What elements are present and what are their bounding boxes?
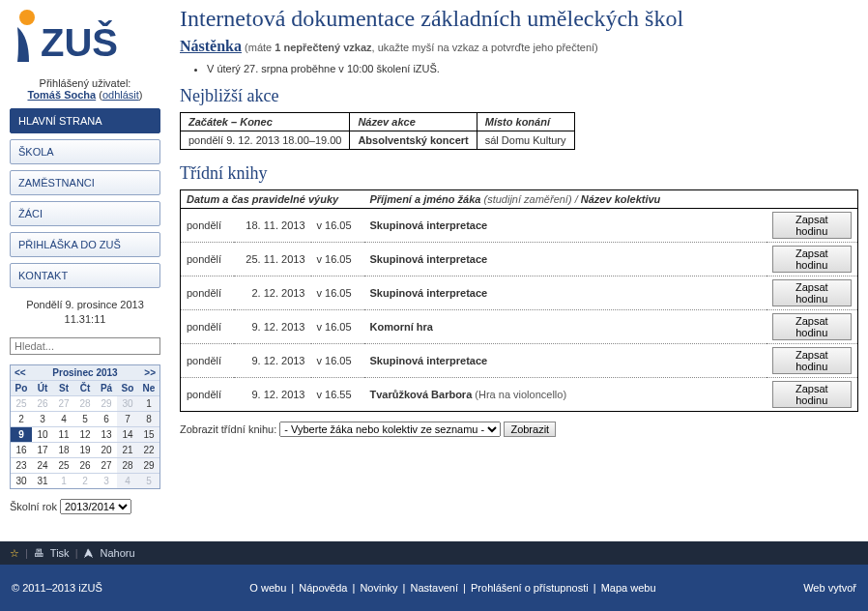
write-lesson-button[interactable]: Zapsat hodinu — [772, 381, 853, 408]
favorite-icon[interactable]: ☆ — [10, 547, 19, 560]
user-name-link[interactable]: Tomáš Socha — [27, 89, 96, 101]
cal-day[interactable]: 3 — [32, 411, 53, 426]
show-label: Zobrazit třídní knihu: — [180, 423, 276, 435]
copyright: © 2011–2013 iZUŠ — [12, 582, 102, 594]
cal-day[interactable]: 18 — [53, 442, 74, 457]
footer-links: O webu | Nápověda | Novinky | Nastavení … — [247, 582, 657, 594]
calendar-next[interactable]: >> — [144, 367, 156, 378]
messages-list: V úterý 27. srpna proběhne v 10:00 škole… — [207, 63, 858, 74]
col-datetime: Datum a čas pravidelné výuky — [181, 190, 364, 209]
cal-day[interactable]: 27 — [96, 457, 117, 473]
lesson-row: pondělí9. 12. 2013v 16.55Tvarůžková Barb… — [181, 378, 858, 412]
nav-item[interactable]: ŠKOLA — [10, 139, 160, 164]
nav-item[interactable]: KONTAKT — [10, 263, 160, 288]
print-icon: 🖶 — [34, 547, 44, 559]
svg-point-0 — [19, 10, 35, 25]
search-input[interactable] — [10, 337, 160, 355]
cal-day[interactable]: 12 — [74, 426, 96, 442]
cal-day[interactable]: 23 — [11, 457, 32, 473]
books-heading: Třídní knihy — [180, 163, 858, 184]
cal-day[interactable]: 26 — [74, 457, 96, 473]
nav-item[interactable]: ŽÁCI — [10, 201, 160, 226]
cal-dow: Pá — [96, 380, 117, 395]
event-row: pondělí 9. 12. 2013 18.00–19.00Absolvent… — [181, 131, 575, 150]
show-button[interactable]: Zobrazit — [504, 422, 556, 437]
cal-day[interactable]: 26 — [32, 395, 53, 411]
cal-day[interactable]: 11 — [53, 426, 74, 442]
cal-day[interactable]: 7 — [117, 411, 138, 426]
cal-day[interactable]: 17 — [32, 442, 53, 457]
cal-day[interactable]: 28 — [74, 395, 96, 411]
cal-day[interactable]: 27 — [53, 395, 74, 411]
cal-day[interactable]: 10 — [32, 426, 53, 442]
svg-text:ZUŠ: ZUŠ — [41, 20, 118, 64]
cal-day[interactable]: 1 — [138, 395, 159, 411]
cal-day[interactable]: 4 — [117, 473, 138, 488]
sidebar: ZUŠ Přihlášený uživatel: Tomáš Socha (od… — [0, 0, 166, 541]
logout-link[interactable]: odhlásit — [102, 89, 139, 101]
cal-dow: Út — [32, 380, 53, 395]
toolbar: ☆ | 🖶 Tisk | ⮝ Nahoru — [0, 541, 868, 565]
cal-day[interactable]: 14 — [117, 426, 138, 442]
footer-link[interactable]: Nápověda — [299, 582, 347, 594]
cal-day[interactable]: 15 — [138, 426, 159, 442]
cal-dow: So — [117, 380, 138, 395]
cal-day[interactable]: 19 — [74, 442, 96, 457]
write-lesson-button[interactable]: Zapsat hodinu — [772, 347, 853, 374]
cal-dow: Čt — [74, 380, 96, 395]
write-lesson-button[interactable]: Zapsat hodinu — [772, 279, 853, 306]
cal-day[interactable]: 21 — [117, 442, 138, 457]
lesson-row: pondělí9. 12. 2013v 16.05Komorní hraZaps… — [181, 310, 858, 344]
footer-right: Web vytvoř — [803, 582, 856, 594]
cal-day[interactable]: 5 — [138, 473, 159, 488]
nav-item[interactable]: PŘIHLÁŠKA DO ZUŠ — [10, 232, 160, 257]
footer-link[interactable]: Nastavení — [411, 582, 459, 594]
print-link[interactable]: Tisk — [50, 547, 70, 559]
nav-item[interactable]: ZAMĚSTNANCI — [10, 170, 160, 195]
cal-day[interactable]: 30 — [11, 473, 32, 488]
cal-day[interactable]: 13 — [96, 426, 117, 442]
footer-link[interactable]: Novinky — [360, 582, 397, 594]
lesson-row: pondělí2. 12. 2013v 16.05Skupinová inter… — [181, 276, 858, 310]
cal-dow: Ne — [138, 380, 159, 395]
user-label: Přihlášený uživatel: — [10, 77, 160, 89]
cal-day[interactable]: 1 — [53, 473, 74, 488]
nav-item[interactable]: HLAVNÍ STRANA — [10, 108, 160, 133]
cal-day[interactable]: 24 — [32, 457, 53, 473]
cal-day[interactable]: 8 — [138, 411, 159, 426]
page-title: Internetová dokumentace základních uměle… — [180, 6, 858, 32]
cal-day[interactable]: 28 — [117, 457, 138, 473]
cal-day[interactable]: 16 — [11, 442, 32, 457]
cal-day[interactable]: 2 — [11, 411, 32, 426]
cal-day[interactable]: 5 — [74, 411, 96, 426]
datetime: Pondělí 9. prosince 2013 11.31:11 — [10, 298, 160, 328]
cal-day[interactable]: 29 — [96, 395, 117, 411]
cal-day[interactable]: 20 — [96, 442, 117, 457]
up-link[interactable]: Nahoru — [100, 547, 134, 559]
cal-day[interactable]: 2 — [74, 473, 96, 488]
cal-day[interactable]: 4 — [53, 411, 74, 426]
cal-day[interactable]: 30 — [117, 395, 138, 411]
message-item: V úterý 27. srpna proběhne v 10:00 škole… — [207, 63, 858, 74]
cal-day[interactable]: 29 — [138, 457, 159, 473]
write-lesson-button[interactable]: Zapsat hodinu — [772, 246, 853, 273]
cal-day[interactable]: 3 — [96, 473, 117, 488]
school-year-select[interactable]: 2013/2014 — [60, 499, 131, 514]
calendar-prev[interactable]: << — [14, 367, 26, 378]
cal-dow: Po — [11, 380, 32, 395]
footer-link[interactable]: Mapa webu — [601, 582, 656, 594]
cal-day[interactable]: 25 — [11, 395, 32, 411]
write-lesson-button[interactable]: Zapsat hodinu — [772, 212, 853, 239]
cal-day[interactable]: 25 — [53, 457, 74, 473]
cal-day[interactable]: 22 — [138, 442, 159, 457]
footer-link[interactable]: Prohlášení o přístupnosti — [471, 582, 589, 594]
cal-day[interactable]: 6 — [96, 411, 117, 426]
logo: ZUŠ — [10, 8, 160, 72]
board-heading[interactable]: Nástěnka — [180, 38, 242, 54]
footer-link[interactable]: O webu — [249, 582, 286, 594]
write-lesson-button[interactable]: Zapsat hodinu — [772, 313, 853, 340]
student-select[interactable]: - Vyberte žáka nebo kolektiv ze seznamu … — [279, 422, 501, 437]
cal-day[interactable]: 9 — [11, 426, 32, 442]
cal-day[interactable]: 31 — [32, 473, 53, 488]
school-year: Školní rok 2013/2014 — [10, 499, 160, 514]
